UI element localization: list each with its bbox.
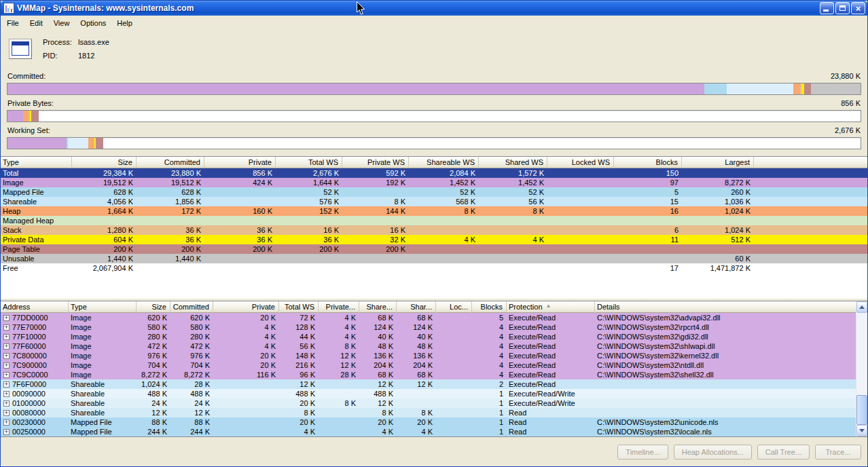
expand-icon[interactable]: +: [3, 324, 10, 331]
detail-col-blocks[interactable]: Blocks: [472, 301, 507, 313]
summary-row-page-table[interactable]: Page Table200 K200 K200 K200 K200 K: [1, 244, 867, 254]
value-cell: Execute/Read/Write: [507, 398, 595, 408]
detail-col-share[interactable]: Share...: [359, 301, 397, 313]
working-set-bar: [7, 137, 861, 149]
minimize-button[interactable]: [820, 2, 834, 14]
value-cell: 1: [472, 389, 507, 398]
detail-col-size[interactable]: Size: [137, 301, 170, 313]
expand-icon[interactable]: +: [3, 315, 10, 321]
detail-row-77e70000[interactable]: +77E70000Image580 K580 K4 K128 K4 K124 K…: [1, 322, 856, 332]
address-cell: +00090000: [1, 389, 69, 398]
summary-row-stack[interactable]: Stack1,280 K36 K36 K16 K16 K61,024 K: [1, 225, 867, 235]
scroll-down-button[interactable]: [856, 425, 867, 436]
summary-col-type[interactable]: Type: [1, 157, 72, 168]
summary-row-free[interactable]: Free2,067,904 K171,471,872 K: [1, 263, 867, 273]
scrollbar-track[interactable]: [856, 313, 867, 425]
detail-row-77dd0000[interactable]: +77DD0000Image620 K620 K20 K72 K4 K68 K6…: [1, 313, 856, 322]
summary-col-committed[interactable]: Committed: [137, 157, 204, 168]
menu-item-help[interactable]: Help: [111, 17, 138, 29]
detail-col-protection[interactable]: Protection▲: [507, 301, 595, 313]
expand-icon[interactable]: +: [3, 410, 10, 416]
summary-row-image[interactable]: Image19,512 K19,512 K424 K1,644 K192 K1,…: [1, 178, 867, 187]
detail-row-00080000[interactable]: +00080000Shareable12 K12 K8 K8 K8 K1Read: [1, 408, 856, 417]
summary-col-private[interactable]: Private: [204, 157, 276, 168]
trace-button[interactable]: Trace...: [815, 445, 861, 460]
detail-row-7c9c0000[interactable]: +7C9C0000Image8,272 K8,272 K116 K96 K28 …: [1, 370, 856, 379]
menu-item-view[interactable]: View: [48, 17, 75, 29]
memory-segment: [96, 138, 103, 149]
expand-icon[interactable]: +: [3, 391, 10, 397]
value-cell: 20 K: [279, 417, 319, 427]
detail-col-details[interactable]: Details: [595, 301, 856, 313]
arrow-down-icon: [859, 429, 865, 432]
summary-row-private-data[interactable]: Private Data604 K36 K36 K36 K32 K4 K4 K1…: [1, 235, 867, 244]
detail-row-00230000[interactable]: +00230000Mapped File88 K88 K20 K20 K20 K…: [1, 417, 856, 427]
summary-col-blocks[interactable]: Blocks: [614, 157, 682, 168]
value-cell: 1,036 K: [682, 197, 754, 206]
detail-row-7f6f0000[interactable]: +7F6F0000Shareable1,024 K28 K12 K12 K12 …: [1, 379, 856, 389]
summary-row-mapped-file[interactable]: Mapped File628 K628 K52 K52 K52 K5260 K: [1, 187, 867, 197]
expand-icon[interactable]: +: [3, 362, 10, 369]
detail-row-7c900000[interactable]: +7C900000Image704 K704 K20 K216 K12 K204…: [1, 360, 856, 370]
value-cell: 8 K: [397, 408, 436, 417]
summary-row-total[interactable]: Total29,384 K23,880 K856 K2,676 K592 K2,…: [1, 168, 867, 178]
summary-col-shareable-ws[interactable]: Shareable WS: [409, 157, 479, 168]
summary-col-size[interactable]: Size: [72, 157, 137, 168]
value-cell: 4: [472, 332, 507, 341]
menu-item-edit[interactable]: Edit: [24, 17, 48, 29]
value-cell: 4 K: [397, 427, 436, 436]
detail-row-00090000[interactable]: +00090000Shareable488 K488 K488 K488 K1E…: [1, 389, 856, 398]
summary-row-managed-heap[interactable]: Managed Heap: [1, 216, 867, 225]
detail-row-77f60000[interactable]: +77F60000Image472 K472 K4 K56 K8 K48 K48…: [1, 341, 856, 351]
expand-icon[interactable]: +: [3, 334, 10, 340]
value-cell: 40 K: [397, 332, 436, 341]
detail-row-77f10000[interactable]: +77F10000Image280 K280 K4 K44 K4 K40 K40…: [1, 332, 856, 341]
menu-item-file[interactable]: File: [1, 17, 24, 29]
timeline-button[interactable]: Timeline...: [617, 445, 668, 460]
value-cell: [479, 244, 547, 254]
maximize-button[interactable]: [835, 2, 850, 14]
summary-row-heap[interactable]: Heap1,664 K172 K160 K152 K144 K8 K8 K161…: [1, 206, 867, 216]
value-cell: [409, 263, 479, 273]
heap-allocations-button[interactable]: Heap Allocations...: [674, 445, 752, 460]
detail-col-shar[interactable]: Shar...: [397, 301, 436, 313]
close-button[interactable]: ×: [851, 2, 865, 14]
detail-col-type[interactable]: Type: [69, 301, 137, 313]
summary-col-total-ws[interactable]: Total WS: [276, 157, 342, 168]
address-text: 7C900000: [12, 360, 47, 370]
detail-row-01000000[interactable]: +01000000Shareable24 K24 K20 K8 K12 K1Ex…: [1, 398, 856, 408]
expand-icon[interactable]: +: [3, 353, 10, 359]
value-cell: [547, 206, 614, 216]
scroll-up-button[interactable]: [856, 301, 867, 313]
value-cell: [319, 427, 359, 436]
value-cell: [547, 225, 614, 235]
detail-col-address[interactable]: Address: [1, 301, 69, 313]
scrollbar-thumb[interactable]: [856, 395, 867, 425]
menu-item-options[interactable]: Options: [75, 17, 111, 29]
call-tree-button[interactable]: Call Tree...: [757, 445, 810, 460]
value-cell: Image: [69, 341, 137, 351]
summary-col-locked-ws[interactable]: Locked WS: [547, 157, 614, 168]
detail-col-private[interactable]: Private...: [319, 301, 359, 313]
detail-row-00250000[interactable]: +00250000Mapped File244 K244 K4 K4 K4 K1…: [1, 427, 856, 436]
expand-icon[interactable]: +: [3, 419, 10, 426]
summary-col-private-ws[interactable]: Private WS: [342, 157, 409, 168]
detail-col-private[interactable]: Private: [213, 301, 279, 313]
summary-row-shareable[interactable]: Shareable4,056 K1,856 K576 K8 K568 K56 K…: [1, 197, 867, 206]
detail-col-total-ws[interactable]: Total WS: [279, 301, 319, 313]
expand-icon[interactable]: +: [3, 429, 10, 435]
summary-col-largest[interactable]: Largest: [682, 157, 754, 168]
expand-icon[interactable]: +: [3, 343, 10, 350]
summary-row-unusable[interactable]: Unusable1,440 K1,440 K60 K: [1, 254, 867, 263]
expand-icon[interactable]: +: [3, 400, 10, 407]
expand-icon[interactable]: +: [3, 372, 10, 378]
titlebar[interactable]: VMMap - Sysinternals: www.sysinternals.c…: [1, 1, 867, 16]
value-cell: Read: [507, 427, 595, 436]
detail-row-7c800000[interactable]: +7C800000Image976 K976 K20 K148 K12 K136…: [1, 351, 856, 360]
detail-col-committed[interactable]: Committed: [170, 301, 213, 313]
memory-segment: [7, 111, 23, 122]
summary-col-shared-ws[interactable]: Shared WS: [479, 157, 547, 168]
address-cell: +01000000: [1, 398, 69, 408]
detail-col-loc[interactable]: Loc...: [436, 301, 472, 313]
expand-icon[interactable]: +: [3, 381, 10, 388]
